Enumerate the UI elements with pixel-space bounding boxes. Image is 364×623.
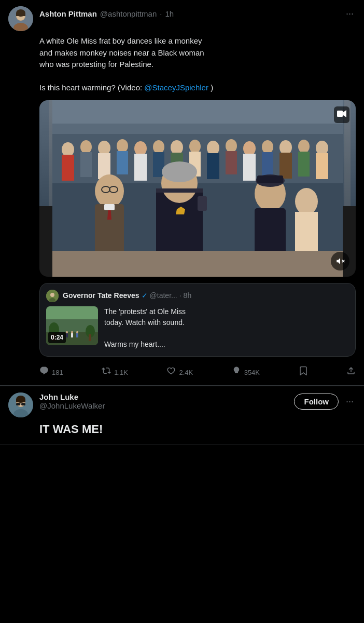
quoted-text-line1: The 'protests' at Ole Miss [104, 307, 186, 316]
like-action[interactable]: 2.4K [166, 366, 193, 380]
crowd-svg [39, 100, 356, 277]
svg-point-30 [262, 140, 273, 154]
tweet-2-actions: Follow ··· [294, 394, 356, 410]
tweet-text-line1: A white Ole Miss frat boy dances like a … [39, 36, 202, 45]
tweet-text-line3: who was protesting for Palestine. [39, 60, 153, 69]
views-action[interactable]: 354K [232, 366, 260, 380]
svg-rect-31 [262, 152, 273, 177]
svg-point-75 [66, 331, 68, 333]
tweet-1-body: A white Ole Miss frat boy dances like a … [39, 35, 356, 379]
quoted-dot: · [179, 290, 181, 301]
svg-point-10 [80, 140, 92, 154]
svg-point-77 [71, 331, 73, 333]
svg-rect-88 [21, 403, 25, 405]
more-options-icon-2[interactable]: ··· [344, 394, 356, 409]
mute-icon[interactable] [331, 252, 349, 270]
quoted-timestamp: 8h [184, 290, 192, 301]
quoted-text: The 'protests' at Ole Miss today. Watch … [104, 306, 186, 350]
svg-rect-11 [80, 152, 92, 177]
svg-point-28 [243, 141, 256, 156]
comment-action[interactable]: 181 [39, 366, 63, 380]
svg-point-16 [134, 141, 147, 156]
quoted-content: 0:24 The 'protests' at Ole Miss today. W… [46, 306, 349, 350]
quoted-username[interactable]: @tater... [150, 290, 177, 301]
views-count: 354K [244, 368, 260, 378]
tweet-actions: 181 1.1K 2.4K [39, 364, 356, 380]
bookmark-icon [299, 366, 308, 380]
svg-rect-9 [62, 155, 74, 181]
svg-point-24 [207, 141, 219, 155]
tweet-1: Ashton Pittman @ashtonpittman · 1h ··· A… [0, 0, 364, 386]
tweet-video-thumbnail[interactable] [39, 100, 356, 277]
video-badge-icon [334, 106, 349, 123]
quoted-text-line2: today. Watch with sound. [104, 318, 185, 327]
svg-point-36 [316, 141, 328, 155]
svg-marker-62 [337, 258, 340, 264]
share-action[interactable] [346, 366, 356, 380]
svg-point-26 [226, 139, 237, 153]
mention-stacey[interactable]: @StaceyJSpiehler [144, 83, 208, 92]
views-icon [232, 366, 241, 380]
svg-rect-54 [257, 175, 283, 183]
tweet-text-line2: and makes monkey noises near a Black wom… [39, 48, 204, 57]
svg-rect-15 [117, 151, 128, 174]
tweet-1-meta: Ashton Pittman @ashtonpittman · 1h ··· [39, 6, 356, 21]
verified-badge: ✓ [142, 290, 148, 301]
svg-rect-27 [226, 151, 237, 174]
tweet-2-user-col: John Luke @JohnLukeWalker [39, 392, 105, 410]
svg-rect-50 [104, 204, 115, 210]
bookmark-action[interactable] [299, 366, 308, 380]
svg-rect-59 [52, 100, 343, 124]
avatar-john[interactable] [8, 392, 33, 417]
svg-point-66 [50, 293, 54, 297]
svg-marker-61 [343, 110, 346, 117]
svg-point-40 [162, 161, 197, 182]
quoted-tweet[interactable]: Governor Tate Reeves ✓ @tater... · 8h [39, 283, 356, 357]
svg-point-20 [171, 140, 183, 155]
retweet-action[interactable]: 1.1K [102, 366, 128, 380]
comment-count: 181 [52, 368, 63, 378]
svg-rect-5 [16, 13, 25, 16]
timestamp-1: 1h [165, 9, 174, 18]
more-options-icon[interactable]: ··· [344, 6, 356, 21]
retweet-icon [102, 366, 111, 380]
tweet-2-body: IT WAS ME! [39, 422, 356, 438]
tweet-text-line4: Is this heart warming? (Video: [39, 83, 142, 92]
svg-rect-29 [243, 154, 256, 181]
svg-rect-25 [207, 153, 219, 179]
share-icon [346, 366, 356, 380]
svg-rect-76 [66, 333, 68, 337]
svg-point-12 [98, 141, 110, 155]
svg-rect-37 [316, 153, 328, 179]
svg-point-34 [298, 140, 310, 153]
dot-1: · [160, 9, 162, 18]
quoted-tweet-header: Governor Tate Reeves ✓ @tater... · 8h [46, 290, 349, 302]
follow-button[interactable]: Follow [294, 394, 339, 410]
tweet-1-header: Ashton Pittman @ashtonpittman · 1h ··· [8, 6, 356, 31]
duration-badge: 0:24 [48, 332, 66, 343]
username-john[interactable]: @JohnLukeWalker [39, 401, 105, 410]
svg-point-55 [295, 188, 318, 215]
svg-rect-35 [298, 152, 310, 177]
quoted-user-info: Governor Tate Reeves ✓ @tater... · 8h [63, 290, 191, 301]
tweet-text-line5: ) [211, 83, 213, 92]
svg-point-22 [189, 140, 201, 153]
avatar-ashton[interactable] [8, 6, 33, 31]
svg-point-32 [279, 140, 292, 155]
crowd-scene [39, 100, 356, 277]
comment-icon [39, 366, 49, 380]
svg-point-67 [49, 298, 55, 302]
like-count: 2.4K [179, 368, 193, 378]
display-name-john: John Luke [39, 392, 105, 401]
svg-rect-74 [89, 334, 91, 341]
svg-rect-43 [156, 188, 203, 193]
svg-rect-87 [16, 403, 20, 405]
svg-rect-60 [337, 111, 343, 117]
avatar-governor [46, 290, 59, 302]
quoted-video-thumb[interactable]: 0:24 [46, 306, 98, 345]
username-ashton[interactable]: @ashtonpittman [100, 9, 157, 18]
quoted-text-line3: Warms my heart.... [104, 340, 165, 348]
retweet-count: 1.1K [114, 368, 128, 378]
svg-point-8 [62, 142, 74, 157]
tweet-1-user-info: Ashton Pittman @ashtonpittman · 1h [39, 9, 174, 18]
